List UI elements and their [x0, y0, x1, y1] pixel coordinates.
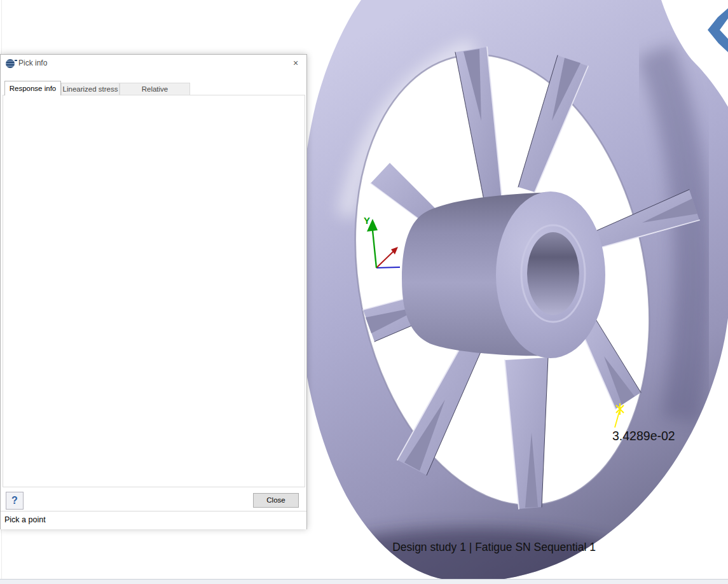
tab-relative-displacement[interactable]: Relative displacement [120, 83, 190, 95]
legend-caption: Design study 1 | Fatigue SN Sequential 1 [392, 541, 596, 553]
viewport-bottom-border [0, 579, 728, 580]
close-icon[interactable]: × [289, 57, 303, 69]
help-button[interactable]: ? [6, 492, 24, 510]
window-bottom-strip [0, 580, 728, 584]
dialog-statusbar: Pick a point [1, 511, 306, 529]
hub-bore-hole [527, 232, 579, 315]
app-logo-icon [6, 59, 15, 68]
probe-value-label: 3.4289e-02 [612, 429, 675, 443]
tab-page [3, 95, 305, 487]
application-window: Y 3.4289e-02 Design study 1 | Fatigue SN… [0, 0, 728, 584]
tab-linearized-stress[interactable]: Linearized stress [61, 83, 120, 95]
tab-response-info[interactable]: Response info [4, 81, 61, 95]
status-text: Pick a point [4, 515, 46, 524]
axis-y-label: Y [364, 215, 370, 226]
rotate-view-arrow-icon[interactable] [708, 8, 728, 52]
pick-info-dialog: Pick info × Response info Linearized str… [0, 54, 307, 529]
dialog-title: Pick info [18, 59, 47, 67]
close-button[interactable]: Close [253, 493, 299, 508]
dialog-titlebar[interactable]: Pick info × [1, 55, 306, 73]
wheel-hub[interactable] [402, 191, 605, 358]
